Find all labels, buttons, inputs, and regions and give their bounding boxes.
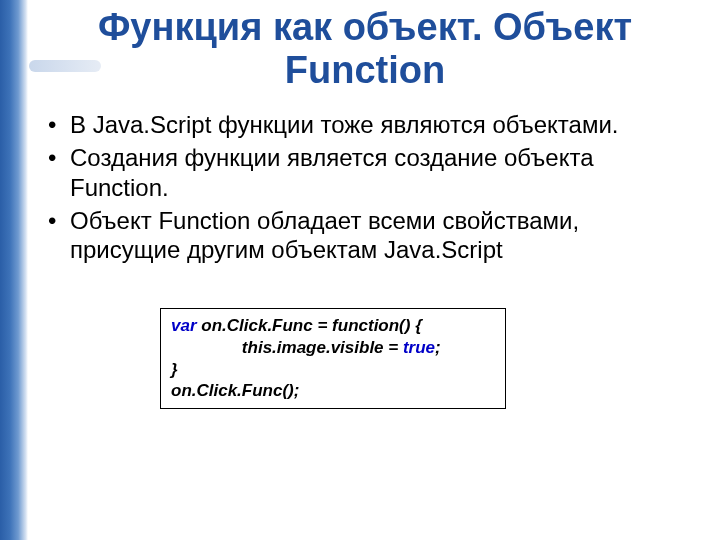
code-line: var on.Click.Func = function() {: [171, 315, 495, 337]
code-text: ;: [435, 338, 441, 357]
code-indent: [171, 338, 242, 357]
slide: Функция как объект. Объект Function В Ja…: [0, 0, 720, 540]
code-text: on.Click.Func = function() {: [197, 316, 422, 335]
bullet-list: В Java.Script функции тоже являются объе…: [48, 110, 684, 268]
code-example: var on.Click.Func = function() { this.im…: [160, 308, 506, 409]
list-item: В Java.Script функции тоже являются объе…: [48, 110, 684, 139]
slide-title: Функция как объект. Объект Function: [40, 6, 690, 91]
keyword-true: true: [403, 338, 435, 357]
side-stripe: [0, 0, 28, 540]
list-item: Создания функции является создание объек…: [48, 143, 684, 202]
list-item: Объект Function обладает всеми свойствам…: [48, 206, 684, 265]
code-line: this.image.visible = true;: [171, 337, 495, 359]
code-line: }: [171, 359, 495, 381]
code-line: on.Click.Func();: [171, 380, 495, 402]
keyword-var: var: [171, 316, 197, 335]
code-text: this.image.visible =: [242, 338, 403, 357]
